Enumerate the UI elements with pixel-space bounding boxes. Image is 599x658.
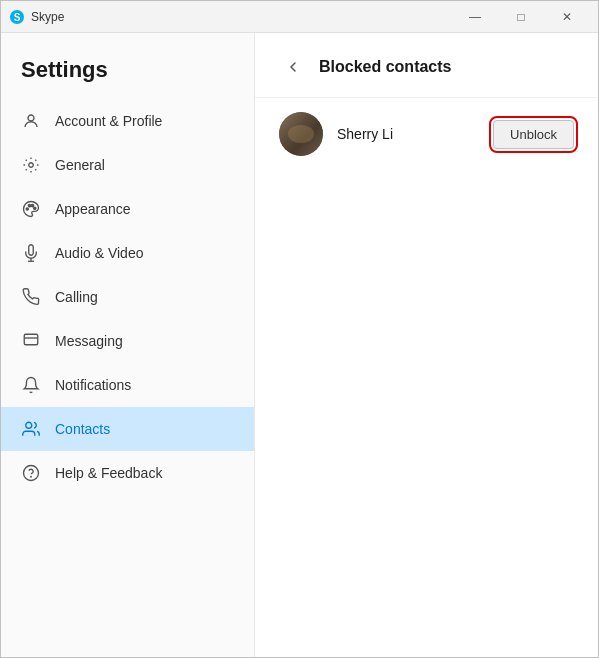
contacts-icon (21, 419, 41, 439)
svg-point-2 (28, 115, 34, 121)
avatar (279, 112, 323, 156)
app-window: S Skype — □ ✕ Settings Account & Profile (0, 0, 599, 658)
notifications-icon (21, 375, 41, 395)
contact-name: Sherry Li (337, 126, 479, 142)
blocked-contact-row: Sherry Li Unblock (255, 98, 598, 170)
sidebar-item-calling[interactable]: Calling (1, 275, 254, 319)
svg-point-6 (31, 205, 33, 207)
back-button[interactable] (279, 53, 307, 81)
svg-point-7 (34, 207, 36, 209)
main-panel: Blocked contacts Sherry Li Unblock (255, 33, 598, 657)
avatar-image (279, 112, 323, 156)
title-bar: S Skype — □ ✕ (1, 1, 598, 33)
sidebar-item-help[interactable]: Help & Feedback (1, 451, 254, 495)
sidebar-item-contacts-label: Contacts (55, 421, 110, 437)
sidebar: Settings Account & Profile (1, 33, 255, 657)
svg-point-12 (26, 422, 32, 428)
sidebar-item-notifications-label: Notifications (55, 377, 131, 393)
sidebar-item-calling-label: Calling (55, 289, 98, 305)
svg-point-5 (28, 205, 30, 207)
messaging-icon (21, 331, 41, 351)
window-controls: — □ ✕ (452, 1, 590, 33)
sidebar-item-audio-video-label: Audio & Video (55, 245, 143, 261)
svg-rect-10 (24, 334, 38, 345)
sidebar-item-contacts[interactable]: Contacts (1, 407, 254, 451)
content-area: Settings Account & Profile (1, 33, 598, 657)
sidebar-item-general[interactable]: General (1, 143, 254, 187)
sidebar-item-messaging[interactable]: Messaging (1, 319, 254, 363)
window-title: Skype (31, 10, 452, 24)
sidebar-item-appearance[interactable]: Appearance (1, 187, 254, 231)
maximize-button[interactable]: □ (498, 1, 544, 33)
svg-point-13 (24, 466, 39, 481)
sidebar-item-account[interactable]: Account & Profile (1, 99, 254, 143)
appearance-icon (21, 199, 41, 219)
close-button[interactable]: ✕ (544, 1, 590, 33)
sidebar-item-audio-video[interactable]: Audio & Video (1, 231, 254, 275)
sidebar-item-messaging-label: Messaging (55, 333, 123, 349)
minimize-button[interactable]: — (452, 1, 498, 33)
panel-title: Blocked contacts (319, 58, 451, 76)
sidebar-item-account-label: Account & Profile (55, 113, 162, 129)
unblock-button[interactable]: Unblock (493, 120, 574, 149)
sidebar-item-general-label: General (55, 157, 105, 173)
sidebar-item-help-label: Help & Feedback (55, 465, 162, 481)
calling-icon (21, 287, 41, 307)
sidebar-heading: Settings (1, 49, 254, 99)
help-icon (21, 463, 41, 483)
svg-text:S: S (14, 12, 21, 23)
svg-point-3 (29, 163, 34, 168)
svg-point-4 (26, 208, 28, 210)
audio-icon (21, 243, 41, 263)
sidebar-item-notifications[interactable]: Notifications (1, 363, 254, 407)
account-icon (21, 111, 41, 131)
app-icon: S (9, 9, 25, 25)
sidebar-item-appearance-label: Appearance (55, 201, 131, 217)
main-header: Blocked contacts (255, 33, 598, 98)
general-icon (21, 155, 41, 175)
